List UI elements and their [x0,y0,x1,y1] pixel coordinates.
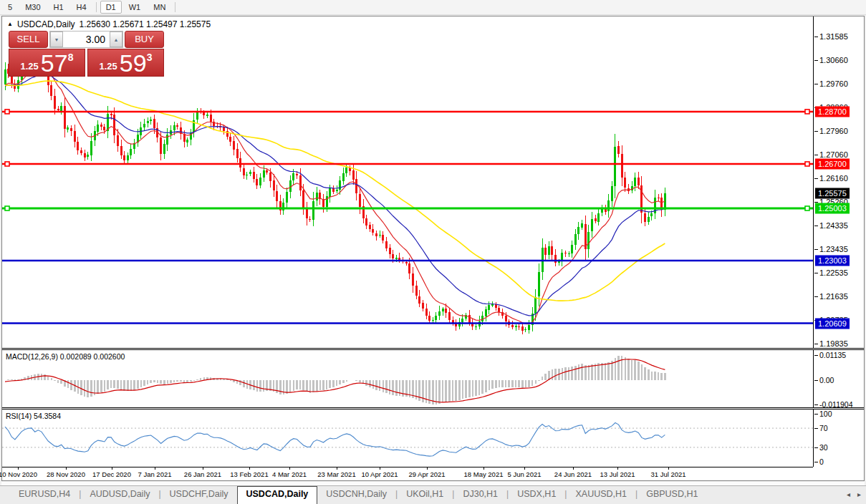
timeframe-button-h4[interactable]: H4 [71,1,92,14]
date-label: 24 Jun 2021 [554,470,592,478]
toolbar-separator [96,2,97,12]
timeframe-button-5[interactable]: 5 [2,1,18,14]
tab-gbpusd[interactable]: GBPUSD,H1 [638,486,706,504]
timeframe-button-mn[interactable]: MN [148,1,171,14]
sell-price-big: 57 [41,53,68,74]
price-axis: 1.315851.306601.297601.288601.279601.270… [813,16,864,348]
price-level-chip: 1.26700 [815,158,850,169]
price-tick-label: 1.21635 [819,292,848,301]
timeframe-button-m30[interactable]: M30 [19,1,46,14]
price-tick-label: 1.23435 [819,245,848,253]
date-label: 4 Mar 2021 [272,470,307,478]
buy-price-box[interactable]: 1.25 59 3 [87,49,164,77]
trade-panel: SELL ▼ ▲ BUY 1.25 57 [9,31,164,77]
symbol-tabbar: EURUSD,H4|AUDUSD,Daily|USDCHF,DailyUSDCA… [0,485,866,504]
chart-title: ▲ USDCAD,Daily 1.25630 1.25671 1.25497 1… [7,19,211,29]
ohlc-values: 1.25630 1.25671 1.25497 1.25575 [80,19,211,29]
symbol-title-arrow-icon: ▲ [7,21,13,27]
rsi-tick-label: 70 [819,424,828,432]
date-label: 18 May 2021 [464,470,504,478]
date-tick [483,467,484,470]
buy-price-prefix: 1.25 [100,61,117,72]
rsi-panel: 10070300 RSI(14) 54.3584 [2,410,864,467]
date-label: 17 Dec 2020 [92,470,131,478]
date-label: 10 Nov 2020 [0,470,37,478]
date-tick [668,467,669,470]
timeframe-button-w1[interactable]: W1 [123,1,147,14]
buy-price-big: 59 [120,53,147,74]
tab-audusd[interactable]: AUDUSD,Daily [81,486,158,504]
date-label: 13 Feb 2021 [230,470,268,478]
date-tick [380,467,380,470]
arrow-up-icon: ▲ [114,37,119,42]
tab-usdx[interactable]: USDX,H1 [509,486,564,504]
volume-input[interactable] [63,32,110,47]
sell-price-prefix: 1.25 [21,61,39,72]
price-tick-label: 1.26160 [819,174,848,183]
timeframe-button-d1[interactable]: D1 [100,1,122,14]
date-tick [112,467,112,470]
macd-panel: 0.011350.00-0.011904 MACD(12,26,9) 0.002… [2,350,864,407]
date-tick [155,467,155,470]
date-label: 7 Jan 2021 [138,470,171,478]
macd-label: MACD(12,26,9) 0.002089 0.002600 [6,352,125,361]
tabbar-scroll-arrows: ◂ ▸ [847,490,861,498]
date-tick [249,467,250,470]
rsi-axis: 10070300 [813,410,864,467]
date-tick [203,467,203,470]
tab-dj30[interactable]: DJ30,H1 [454,486,506,504]
toolbar-separator [175,2,175,12]
tab-usdcad[interactable]: USDCAD,Daily [237,486,318,504]
sell-button[interactable]: SELL [9,31,48,48]
rsi-tick-label: 100 [819,410,832,418]
date-label: 5 Jun 2021 [507,470,541,478]
price-level-chip: 1.28700 [815,106,850,117]
date-tick [337,467,337,470]
date-label: 31 Jul 2021 [650,470,685,478]
tab-scroll-left-button[interactable]: ◂ [847,490,850,498]
tab-usdchf[interactable]: USDCHF,Daily [161,486,237,504]
date-tick [573,467,574,470]
macd-tick-label: 0.00 [819,376,834,384]
date-label: 10 Apr 2021 [361,470,398,478]
volume-increase-button[interactable]: ▲ [110,32,122,47]
tab-scroll-left-icon: ◂ [847,490,850,498]
tab-ukoil[interactable]: UKOil,H1 [398,486,452,504]
date-label: 23 Mar 2021 [317,470,355,478]
price-level-chip: 1.25003 [815,203,850,214]
date-label: 26 Jan 2021 [184,470,221,478]
symbol-title: USDCAD,Daily [17,19,75,29]
volume-decrease-button[interactable]: ▼ [50,32,63,47]
rsi-label: RSI(14) 54.3584 [6,412,61,420]
sell-price-box[interactable]: 1.25 57 8 [9,49,85,77]
price-tick-label: 1.27960 [819,127,848,135]
date-tick [427,467,428,470]
tab-scroll-right-button[interactable]: ▸ [857,490,861,498]
sell-price-sup: 8 [68,52,74,63]
macd-axis: 0.011350.00-0.011904 [813,350,864,407]
date-label: 28 Nov 2020 [47,470,85,478]
price-tick-label: 1.31585 [819,32,848,41]
arrow-down-icon: ▼ [54,37,59,42]
date-axis: 10 Nov 202028 Nov 202017 Dec 20207 Jan 2… [2,467,813,480]
mt4-terminal: 5M30H1H4D1W1MN 1.315851.306601.297601.28… [0,0,866,504]
rsi-tick-label: 0 [819,457,824,466]
date-tick [289,467,290,470]
tab-eurusd[interactable]: EURUSD,H4 [10,486,79,504]
price-pane: 1.315851.306601.297601.288601.279601.270… [2,16,864,348]
rsi-plot[interactable] [2,410,813,470]
date-tick [66,467,67,470]
date-label: 29 Apr 2021 [408,470,445,478]
volume-stepper: ▼ ▲ [49,31,123,48]
chart-window: 1.315851.306601.297601.288601.279601.270… [1,16,865,481]
timeframe-button-h1[interactable]: H1 [48,1,69,14]
price-tick-label: 1.30660 [819,56,848,64]
rsi-tick-label: 30 [819,443,828,452]
price-level-chip: 1.20609 [815,318,850,329]
price-level-chip: 1.25575 [815,188,850,199]
date-tick [524,467,525,470]
price-tick-label: 1.22535 [819,268,848,277]
tab-xauusd[interactable]: XAUUSD,H1 [567,486,635,504]
tab-usdcnh[interactable]: USDCNH,Daily [317,486,395,504]
buy-button[interactable]: BUY [125,31,164,48]
